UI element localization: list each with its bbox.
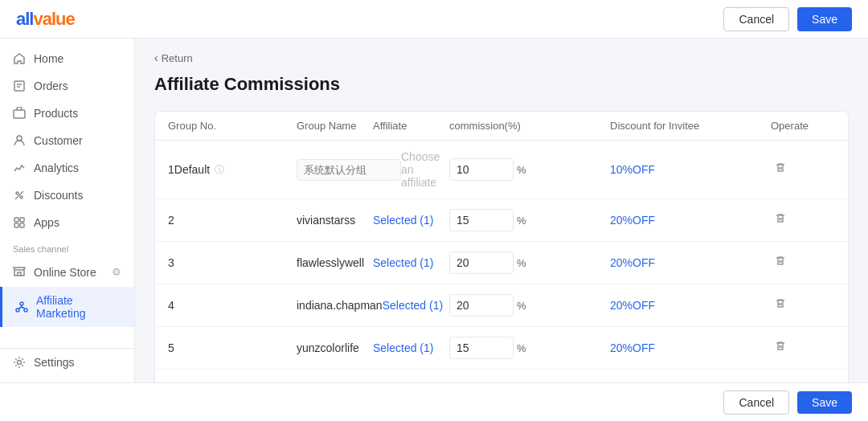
svg-rect-0 [14, 81, 24, 91]
row5-affiliate: Selected (1) [373, 341, 449, 354]
sidebar-item-home-label: Home [34, 52, 63, 65]
row1-commission: % [449, 158, 610, 181]
topbar: allvalue Cancel Save [0, 0, 868, 39]
row3-group-no: 3 [168, 256, 297, 269]
info-icon[interactable]: ⓘ [215, 163, 224, 177]
affiliate-selected-link[interactable]: Selected (1) [383, 299, 443, 312]
commission-input[interactable] [449, 337, 514, 359]
row1-group-no: 1Default ⓘ [168, 163, 297, 177]
row4-discount: 20%OFF [610, 299, 771, 312]
sidebar-item-affiliate-marketing[interactable]: Affiliate Marketing [0, 287, 134, 327]
sidebar-item-settings[interactable]: Settings [0, 348, 134, 376]
bottom-cancel-button[interactable]: Cancel [723, 390, 789, 415]
row4-commission: % [449, 294, 610, 317]
settings-badge-icon[interactable]: ⚙ [112, 266, 121, 278]
svg-rect-7 [14, 223, 18, 227]
svg-rect-8 [20, 223, 24, 227]
sidebar-item-orders-label: Orders [34, 80, 68, 92]
discount-link[interactable]: 20%OFF [610, 299, 655, 312]
sidebar-item-customer[interactable]: Customer [0, 127, 134, 154]
sidebar-item-orders[interactable]: Orders [0, 72, 134, 100]
row2-commission: % [449, 209, 610, 231]
row5-commission: % [449, 337, 610, 359]
row2-operate [771, 209, 835, 231]
commission-input[interactable] [449, 294, 514, 317]
logo-text: allvalue [16, 9, 75, 30]
delete-button[interactable] [771, 251, 790, 274]
sidebar-item-discounts[interactable]: Discounts [0, 182, 134, 209]
row3-group-name: flawlesslywell [297, 256, 373, 269]
commission-input[interactable] [449, 251, 514, 274]
affiliate-placeholder: Choose an affiliate [401, 150, 449, 189]
commission-input[interactable] [449, 158, 514, 181]
sidebar-item-apps[interactable]: Apps [0, 209, 134, 236]
table-row: 3 flawlesslywell Selected (1) % 20%OFF [155, 242, 848, 284]
col-commission: commission(%) [449, 120, 610, 132]
content-area: ‹ Return Affiliate Commissions Group No.… [135, 39, 868, 382]
sidebar-item-discounts-label: Discounts [34, 189, 83, 202]
row4-operate [771, 294, 835, 317]
sidebar-item-products-label: Products [34, 107, 78, 120]
sidebar-item-analytics[interactable]: Analytics [0, 154, 134, 182]
back-link-label: Return [162, 52, 193, 64]
sidebar-item-affiliate-label: Affiliate Marketing [36, 294, 121, 320]
gear-icon [13, 356, 26, 369]
commission-wrap: % [449, 209, 526, 231]
svg-point-9 [20, 302, 23, 305]
svg-point-2 [17, 136, 22, 141]
row3-affiliate: Selected (1) [373, 256, 449, 269]
col-operate: Operate [771, 120, 835, 132]
add-collection-row: + Add collection [155, 370, 848, 382]
discount-link[interactable]: 20%OFF [610, 214, 655, 227]
sidebar-item-online-store-label: Online Store [34, 266, 96, 279]
apps-icon [13, 216, 26, 229]
percent-label: % [517, 215, 526, 227]
discount-link[interactable]: 10%OFF [610, 163, 655, 176]
affiliate-selected-link[interactable]: Selected (1) [373, 256, 433, 269]
svg-point-11 [24, 309, 27, 312]
commission-wrap: % [449, 337, 526, 359]
percent-label: % [517, 164, 526, 176]
row4-group-name: indiana.chapman [297, 299, 383, 312]
col-affiliate: Affiliate [373, 120, 449, 132]
svg-point-12 [18, 361, 22, 365]
topbar-cancel-button[interactable]: Cancel [723, 7, 789, 31]
sidebar-item-products[interactable]: Products [0, 100, 134, 127]
row1-group-name [297, 159, 401, 181]
row5-group-name: yunzcolorlife [297, 341, 373, 354]
analytics-icon [13, 161, 26, 174]
commission-wrap: % [449, 251, 526, 274]
row2-affiliate: Selected (1) [373, 214, 449, 227]
commissions-table: Group No. Group Name Affiliate commissio… [154, 111, 849, 382]
affiliate-selected-link[interactable]: Selected (1) [373, 341, 433, 354]
sidebar-item-online-store[interactable]: Online Store ⚙ [0, 257, 134, 287]
row5-operate [771, 337, 835, 359]
sidebar-item-home[interactable]: Home [0, 45, 134, 72]
store-icon [13, 264, 26, 280]
row3-operate [771, 251, 835, 274]
discount-link[interactable]: 20%OFF [610, 256, 655, 269]
sidebar-item-customer-label: Customer [34, 134, 83, 147]
delete-button[interactable] [771, 337, 790, 359]
bottom-save-button[interactable]: Save [797, 391, 852, 414]
discount-link[interactable]: 20%OFF [610, 341, 655, 354]
table-row: 1Default ⓘ Choose an affiliate % [155, 141, 848, 199]
sidebar-item-apps-label: Apps [34, 216, 59, 229]
back-link[interactable]: ‹ Return [154, 51, 849, 64]
topbar-save-button[interactable]: Save [797, 7, 852, 31]
svg-rect-5 [14, 218, 18, 222]
customer-icon [13, 134, 26, 147]
orders-icon [13, 80, 26, 92]
delete-button[interactable] [771, 294, 790, 317]
row3-commission: % [449, 251, 610, 274]
table-row: 5 yunzcolorlife Selected (1) % 20%OFF [155, 327, 848, 370]
delete-button[interactable] [771, 158, 790, 181]
affiliate-selected-link[interactable]: Selected (1) [373, 214, 433, 227]
row5-discount: 20%OFF [610, 341, 771, 354]
svg-point-4 [20, 196, 23, 198]
row1-operate [771, 158, 835, 181]
delete-button[interactable] [771, 209, 790, 231]
bottom-bar: Cancel Save [0, 382, 868, 421]
group-name-input[interactable] [297, 159, 401, 181]
commission-input[interactable] [449, 209, 514, 231]
